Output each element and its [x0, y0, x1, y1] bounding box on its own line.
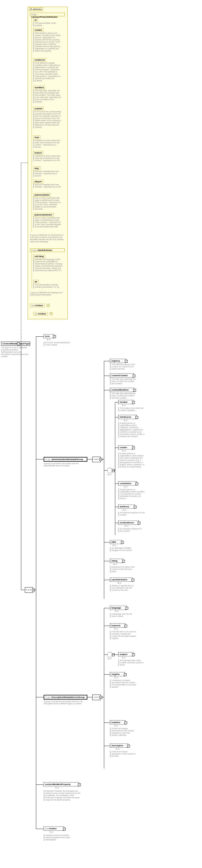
attributes-container: ⊟ attributes	[28, 7, 68, 319]
expand-icon[interactable]: +	[63, 828, 66, 830]
expand-icon[interactable]: −	[99, 696, 102, 699]
desc-desccore: A group of properties associated with th…	[44, 701, 86, 705]
attr-pubconstrainturi: pubconstrainturi	[33, 213, 54, 217]
expand-icon[interactable]: −	[17, 342, 20, 345]
attr-creatoruri: creatoruri	[33, 58, 46, 62]
card-anyother: 0..∞	[50, 831, 53, 833]
el-language: language	[110, 606, 127, 610]
expand-icon[interactable]: +	[135, 483, 138, 485]
attr-custom-desc: If set to true the corresponding propert…	[33, 111, 61, 128]
attributes-hdr: ⊟ attributes	[29, 7, 43, 11]
expand-icon[interactable]: +	[47, 304, 49, 307]
line	[115, 447, 118, 448]
expand-icon[interactable]: +	[53, 335, 56, 338]
grp-commonpower: ⊟ grp: commonPowerAttributes	[30, 13, 65, 16]
expand-icon[interactable]: −	[32, 589, 35, 591]
expand-icon[interactable]: +	[135, 416, 138, 419]
expand-icon[interactable]: +	[132, 579, 134, 582]
card-contributor: 0..∞	[124, 486, 127, 488]
desc-aud: An intended audience for the content.	[118, 512, 145, 516]
expand-icon[interactable]: +	[132, 446, 135, 449]
line	[104, 390, 110, 390]
el-located: located	[118, 400, 133, 404]
root-type-desc: The type for a set of metadata propertie…	[1, 347, 29, 358]
card-kw: 0..∞	[114, 628, 118, 630]
expand-icon[interactable]: +	[133, 389, 136, 392]
card-rating: 0..∞	[113, 563, 117, 565]
desc-anyother: Extension point for provider-defined pro…	[44, 834, 76, 841]
line	[21, 344, 21, 590]
expand-icon[interactable]: +	[134, 506, 136, 508]
desc-located: The location from which the content orig…	[118, 407, 145, 412]
expand-icon[interactable]: +	[133, 375, 135, 377]
desc-rating: Expresses the rating of the content of t…	[110, 566, 136, 572]
el-contentcreated: contentCreated	[110, 373, 134, 378]
el-keyword: keyword	[110, 623, 126, 628]
line	[104, 608, 110, 608]
expand-icon[interactable]: −	[99, 458, 102, 461]
expand-icon[interactable]: +	[138, 522, 140, 524]
desc-ext: Extension Property: the semantics are de…	[44, 790, 81, 801]
expand-icon[interactable]: +	[124, 673, 127, 676]
expand-icon[interactable]: +	[122, 560, 125, 563]
expand-icon[interactable]: +	[124, 625, 127, 627]
expand-icon[interactable]: +	[126, 607, 128, 610]
el-audience: audience	[118, 504, 135, 509]
attr-xmllang-desc: Specifies the language of this property …	[33, 258, 63, 272]
line	[104, 542, 110, 542]
desc-ui: Reflects a specific kind of user interac…	[110, 585, 136, 591]
expand-icon[interactable]: −	[112, 653, 115, 656]
i18n-footer: A group of attributes for language and s…	[30, 291, 64, 296]
card-infosource: 0..∞	[124, 419, 127, 421]
line	[104, 674, 110, 675]
expand-icon[interactable]: +	[78, 783, 81, 786]
desc-hl: A brief and snappy introduction to the c…	[110, 727, 136, 736]
desc-excl: An excluded audience for the content.	[118, 528, 145, 532]
desc-contributor: A party (person or organisation) which m…	[118, 489, 145, 500]
card-desc: 0..∞	[116, 748, 120, 750]
attr-id-desc: The local identifier of the property.	[33, 22, 61, 27]
line	[33, 590, 36, 590]
desc-icon: An iconic visual identification of the c…	[44, 342, 71, 346]
card-choice2: 0..∞	[108, 658, 111, 660]
el-infosource: infoSource	[118, 415, 136, 419]
desc-cm: The date (and optionally the time) on wh…	[110, 393, 136, 399]
expand-icon[interactable]: +	[132, 653, 135, 656]
desc-creator: A party (person or organisation) which c…	[118, 453, 145, 468]
attr-creatoruri-desc: If the attribute is empty, specifies whi…	[33, 62, 61, 82]
desc-urgency: The editorial urgency of the content, as…	[110, 364, 136, 370]
attr-custom: custom	[33, 107, 44, 111]
line	[112, 654, 118, 655]
attr-whyuri: whyuri	[33, 180, 43, 183]
line	[36, 784, 44, 785]
line	[21, 163, 21, 344]
attr-how: how	[33, 135, 40, 139]
line	[36, 336, 36, 829]
desc-cc: The date (and optionally the time) on wh…	[110, 378, 136, 385]
expand-icon[interactable]: +	[125, 360, 128, 363]
card-ui: 0..∞	[118, 582, 121, 584]
line	[100, 459, 104, 460]
el-creator: creator	[118, 445, 133, 450]
expand-icon[interactable]: +	[127, 745, 130, 747]
attr-anyother: any:##other	[30, 304, 44, 307]
expand-icon[interactable]: +	[121, 541, 124, 544]
card-creator: 0..∞	[122, 450, 126, 452]
el-contentmodified: contentModified	[110, 388, 134, 392]
expand-icon[interactable]: +	[132, 401, 135, 404]
attr-dir: dir	[33, 280, 39, 283]
line	[36, 459, 44, 460]
card-hl: 0..∞	[114, 725, 118, 727]
line	[115, 484, 118, 484]
line	[21, 590, 25, 590]
card-aud: 0..∞	[123, 509, 126, 511]
expand-icon[interactable]: −	[112, 469, 115, 472]
expand-icon[interactable]: +	[124, 721, 127, 724]
el-slugline: slugline	[110, 672, 125, 676]
desc-lang: A language used by the news content	[110, 613, 136, 617]
attr-howuri: howuri	[33, 151, 43, 155]
line	[87, 697, 92, 698]
el-contentmetaext: contentMetaExtProperty	[44, 782, 79, 786]
expand-icon[interactable]: +	[50, 312, 53, 315]
desc-infosource: A party (person or organisation) which o…	[118, 422, 145, 438]
